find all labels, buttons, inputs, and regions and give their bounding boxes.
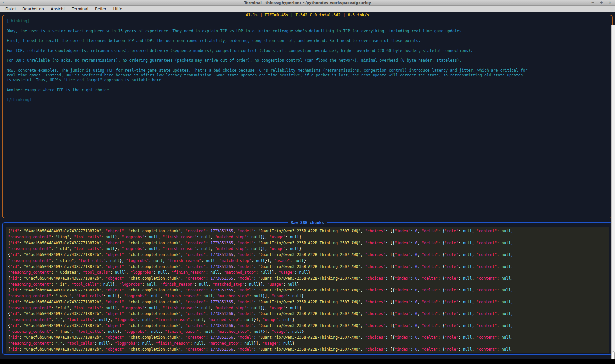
thinking-paragraph: Now, concrete examples. The junior is us… (7, 68, 608, 83)
window-menu-icon[interactable]: ▾ (2, 1, 4, 4)
menubar: Datei Bearbeiten Ansicht Terminal Reiter… (0, 6, 615, 12)
sse-line: {"id": "04acf6b504484097a1a743827718872b… (8, 346, 607, 352)
maximize-button[interactable]: + (600, 0, 603, 5)
minimize-button[interactable]: ─ (592, 0, 594, 5)
window-controls: ─ + ✕ (592, 0, 612, 5)
sse-line: "reasoning_content": ",", "tool_calls": … (8, 340, 607, 346)
sse-line: "reasoning_content": "eful", "tool_calls… (8, 305, 607, 311)
titlebar[interactable]: ▾ Terminal - thiess@hyperion: ~/pythonde… (0, 0, 615, 6)
bottom-strip (0, 359, 615, 364)
thinking-paragraph: Another example where TCP is the right c… (7, 88, 608, 93)
sse-line: {"id": "04acf6b504484097a1a743827718872b… (8, 240, 607, 246)
close-button[interactable]: ✕ (608, 0, 612, 5)
sse-panel: Raw SSE chunks {"id": "04acf6b504484097a… (2, 222, 613, 355)
thinking-open-tag: [thinking] (7, 19, 608, 24)
window-title: Terminal - thiess@hyperion: ~/pythondev_… (244, 1, 371, 5)
sse-line: "reasoning_content": "ting", "tool_calls… (8, 234, 607, 240)
scrollbar-thumb[interactable] (612, 351, 615, 359)
sse-line: "reasoning_content": " old", "tool_calls… (8, 246, 607, 252)
thinking-paragraph: For TCP: reliable (acknowledgements, ret… (7, 48, 608, 53)
menu-datei[interactable]: Datei (2, 6, 19, 12)
terminal-window: ▾ Terminal - thiess@hyperion: ~/pythonde… (0, 0, 615, 364)
thinking-close-tag: [/thinking] (7, 97, 608, 102)
sse-line: {"id": "04acf6b504484097a1a743827718872b… (8, 264, 607, 269)
sse-line: {"id": "04acf6b504484097a1a743827718872b… (8, 334, 607, 340)
sse-panel-title: Raw SSE chunks (288, 220, 327, 225)
terminal-screen[interactable]: 41.1s | TTFT=0.45s | T~342 C~0 total~342… (0, 12, 615, 359)
sse-line: {"id": "04acf6b504484097a1a743827718872b… (8, 323, 607, 329)
menu-hilfe[interactable]: Hilfe (110, 6, 125, 12)
sse-line: {"id": "04acf6b504484097a1a743827718872b… (8, 299, 607, 305)
sse-line: {"id": "04acf6b504484097a1a743827718872b… (8, 252, 607, 258)
thinking-paragraph: Okay, the user is a senior network engin… (7, 29, 608, 33)
thinking-paragraph: For UDP: unreliable (no acks, no retrans… (7, 58, 608, 63)
sse-line: "reasoning_content": " wast", "tool_call… (8, 293, 607, 299)
sse-line: {"id": "04acf6b504484097a1a743827718872b… (8, 311, 607, 317)
sse-line: "reasoning_content": " Thus", "tool_call… (8, 329, 607, 334)
sse-chunks-code: {"id": "04acf6b504484097a1a743827718872b… (6, 227, 609, 353)
sse-line: {"id": "04acf6b504484097a1a743827718872b… (8, 287, 607, 293)
thinking-paragraph: First, I need to recall the core differe… (7, 38, 608, 43)
sse-line: {"id": "04acf6b504484097a1a743827718872b… (8, 228, 607, 234)
sse-line: "reasoning_content": ".", "tool_calls": … (8, 317, 607, 323)
scrollbar[interactable] (611, 25, 615, 359)
menu-bearbeiten[interactable]: Bearbeiten (19, 6, 47, 12)
sse-line: "reasoning_content": " is", "tool_calls"… (8, 281, 607, 287)
sse-line: "reasoning_content": " updates", "tool_c… (8, 269, 607, 275)
sse-line: "reasoning_content": " state", "tool_cal… (8, 258, 607, 264)
menu-terminal[interactable]: Terminal (68, 6, 92, 12)
thinking-block: [thinking] Okay, the user is a senior ne… (3, 15, 612, 106)
stats-title: 41.1s | TTFT=0.45s | T~342 C~0 total~342… (243, 12, 372, 18)
menu-ansicht[interactable]: Ansicht (47, 6, 68, 12)
stats-panel: 41.1s | TTFT=0.45s | T~342 C~0 total~342… (2, 15, 613, 218)
sse-line: {"id": "04acf6b504484097a1a743827718872b… (8, 275, 607, 281)
menu-reiter[interactable]: Reiter (92, 6, 110, 12)
